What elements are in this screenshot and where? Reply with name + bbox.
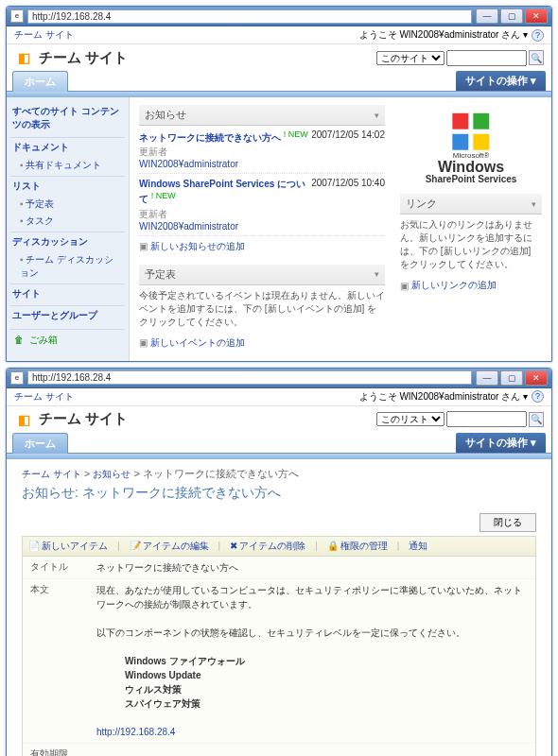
ql-section-lists[interactable]: リスト — [10, 176, 125, 196]
titlebar: e http://192.168.28.4 — ▢ ✕ — [7, 369, 551, 388]
site-title: ◧ チーム サイト — [14, 410, 128, 429]
ql-view-all[interactable]: すべてのサイト コンテンツの表示 — [10, 101, 125, 135]
toolbar-new-item[interactable]: 📄新しいアイテム — [28, 540, 108, 553]
search-scope-select[interactable]: このサイト — [376, 51, 445, 65]
address-bar[interactable]: http://192.168.28.4 — [27, 370, 472, 385]
site-actions-menu[interactable]: サイトの操作 ▾ — [456, 433, 546, 453]
team-site-link[interactable]: チーム サイト — [14, 390, 74, 404]
minimize-button[interactable]: — — [476, 9, 498, 24]
recycle-bin-link[interactable]: 🗑 ごみ箱 — [10, 329, 125, 351]
maximize-button[interactable]: ▢ — [500, 9, 523, 24]
sharepoint-logo: ◼◼◼◼ Microsoft® Windows SharePoint Servi… — [400, 105, 542, 194]
links-empty-message: お気に入りのリンクはありません。新しいリンクを追加するには、下の [新しいリンク… — [400, 215, 542, 275]
ql-item-calendar[interactable]: 予定表 — [10, 196, 125, 213]
maximize-button[interactable]: ▢ — [500, 370, 523, 386]
quick-launch: すべてのサイト コンテンツの表示 ドキュメント 共有ドキュメント リスト 予定表… — [7, 97, 130, 361]
search-area: このリスト 🔍 — [376, 411, 544, 427]
ql-section-sites[interactable]: サイト — [10, 284, 125, 303]
page-title: お知らせ: ネットワークに接続できない方へ — [22, 481, 536, 509]
recycle-icon: 🗑 — [14, 335, 26, 346]
chevron-down-icon[interactable]: ▾ — [375, 269, 379, 279]
team-site-link[interactable]: チーム サイト — [14, 28, 74, 42]
announcement-link[interactable]: ネットワークに接続できない方へ — [139, 132, 281, 143]
field-label-body: 本文 — [30, 583, 96, 596]
user-link[interactable]: WIN2008¥administrator — [139, 221, 238, 232]
ql-section-discussion[interactable]: ディスカッション — [10, 232, 125, 251]
add-link-link[interactable]: 新しいリンクの追加 — [400, 275, 542, 296]
breadcrumb-link[interactable]: お知らせ — [93, 469, 131, 479]
address-bar[interactable]: http://192.168.28.4 — [27, 9, 472, 24]
global-nav: チーム サイト ようこそ WIN2008¥administrator さん ▾ … — [7, 26, 551, 44]
webpart-announcements-title: お知らせ ▾ — [139, 105, 385, 126]
user-link[interactable]: WIN2008¥administrator — [139, 159, 238, 169]
minimize-button[interactable]: — — [476, 370, 498, 386]
breadcrumb-link[interactable]: チーム サイト — [22, 469, 81, 479]
field-value-title: ネットワークに接続できない方へ — [96, 560, 528, 575]
titlebar: e http://192.168.28.4 — ▢ ✕ — [7, 7, 551, 26]
item-detail-box: 📄新しいアイテム | 📝アイテムの編集 | ✖アイテムの削除 | 🔒権限の管理 … — [22, 536, 536, 756]
announcement-date: 2007/12/05 10:40 — [311, 178, 385, 188]
breadcrumb: チーム サイト > お知らせ > ネットワークに接続できない方へ — [22, 467, 536, 481]
ql-section-users-groups[interactable]: ユーザーとグループ — [10, 305, 125, 325]
windows-flag-icon: ◼◼◼◼ — [450, 109, 492, 150]
favicon: e — [10, 371, 24, 385]
browser-window-2: e http://192.168.28.4 — ▢ ✕ チーム サイト ようこそ… — [6, 368, 552, 756]
site-logo-icon: ◧ — [14, 48, 33, 67]
tab-home[interactable]: ホーム — [12, 71, 68, 92]
search-go-button[interactable]: 🔍 — [529, 50, 544, 65]
body-url-link[interactable]: http://192.168.28.4 — [96, 727, 175, 737]
new-badge: ! NEW — [284, 129, 308, 139]
site-title: ◧ チーム サイト — [14, 48, 128, 67]
ql-section-documents[interactable]: ドキュメント — [10, 137, 125, 157]
chevron-down-icon[interactable]: ▾ — [532, 199, 536, 209]
ql-item-tasks[interactable]: タスク — [10, 213, 125, 230]
field-value-body: 現在、あなたが使用しているコンピュータは、セキュリティポリシーに準拠していないた… — [96, 583, 528, 739]
announcement-item: 2007/12/05 10:40 Windows SharePoint Serv… — [139, 174, 385, 235]
announcement-date: 2007/12/05 14:02 — [311, 129, 385, 140]
help-icon[interactable]: ? — [532, 390, 544, 403]
site-actions-menu[interactable]: サイトの操作 ▾ — [456, 71, 546, 91]
search-input[interactable] — [446, 50, 527, 66]
tab-home[interactable]: ホーム — [12, 433, 68, 454]
add-event-link[interactable]: 新しいイベントの追加 — [139, 333, 385, 353]
search-scope-select[interactable]: このリスト — [376, 412, 445, 426]
item-toolbar: 📄新しいアイテム | 📝アイテムの編集 | ✖アイテムの削除 | 🔒権限の管理 … — [23, 537, 535, 557]
help-icon[interactable]: ? — [532, 29, 544, 42]
site-logo-icon: ◧ — [14, 410, 33, 429]
toolbar-notify[interactable]: 通知 — [409, 540, 427, 553]
calendar-empty-message: 今後予定されているイベントは現在ありません。新しいイベントを追加するには、下の … — [139, 285, 385, 333]
ql-item-team-discussion[interactable]: チーム ディスカッション — [10, 251, 125, 282]
search-area: このサイト 🔍 — [376, 50, 544, 66]
webpart-calendar-title: 予定表 ▾ — [139, 265, 385, 285]
global-nav: チーム サイト ようこそ WIN2008¥administrator さん ▾ … — [7, 388, 551, 406]
breadcrumb-current: ネットワークに接続できない方へ — [143, 468, 299, 479]
close-item-button-top[interactable]: 閉じる — [480, 513, 536, 532]
webpart-links-title: リンク ▾ — [400, 194, 542, 215]
search-input[interactable] — [446, 411, 527, 427]
search-go-button[interactable]: 🔍 — [529, 412, 544, 427]
toolbar-manage-permissions[interactable]: 🔒権限の管理 — [327, 540, 388, 553]
close-button[interactable]: ✕ — [525, 9, 548, 24]
close-button[interactable]: ✕ — [525, 370, 548, 386]
favicon: e — [10, 9, 24, 23]
announcement-item: 2007/12/05 14:02 ネットワークに接続できない方へ ! NEW 更… — [139, 126, 385, 174]
toolbar-edit-item[interactable]: 📝アイテムの編集 — [130, 540, 209, 553]
ql-item-shared-docs[interactable]: 共有ドキュメント — [10, 157, 125, 174]
welcome-menu[interactable]: ようこそ WIN2008¥administrator さん ▾ — [359, 390, 528, 404]
new-badge: ! NEW — [151, 191, 176, 200]
field-label-expire: 有効期限 — [30, 747, 96, 756]
chevron-down-icon[interactable]: ▾ — [375, 111, 379, 120]
welcome-menu[interactable]: ようこそ WIN2008¥administrator さん ▾ — [359, 28, 528, 42]
add-announcement-link[interactable]: 新しいお知らせの追加 — [139, 236, 385, 257]
toolbar-delete-item[interactable]: ✖アイテムの削除 — [230, 540, 305, 553]
browser-window-1: e http://192.168.28.4 — ▢ ✕ チーム サイト ようこそ… — [6, 6, 552, 362]
field-label-title: タイトル — [30, 560, 96, 575]
